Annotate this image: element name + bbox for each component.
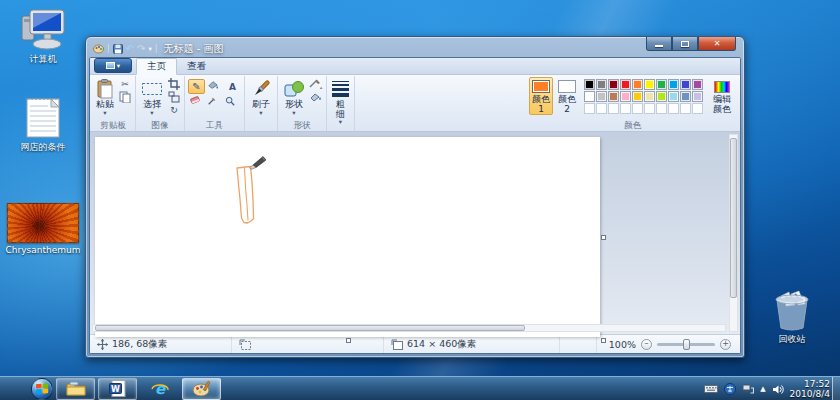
status-zoom-controls: 100% – + — [596, 335, 740, 353]
palette-color[interactable] — [608, 79, 619, 90]
eraser-tool[interactable] — [188, 95, 202, 105]
palette-color[interactable] — [584, 91, 595, 102]
clock[interactable]: 17:52 2010/8/4 — [790, 379, 830, 399]
palette-color[interactable] — [656, 79, 667, 90]
close-button[interactable]: ✕ — [698, 37, 736, 51]
shape-outline-button[interactable] — [309, 78, 323, 90]
tab-home[interactable]: 主页 — [136, 58, 177, 75]
palette-empty-slot[interactable] — [608, 103, 619, 114]
volume-icon[interactable] — [772, 384, 784, 395]
desktop-icon-recycle-bin[interactable]: 回收站 — [760, 288, 824, 344]
palette-color[interactable] — [620, 91, 631, 102]
palette-empty-slot[interactable] — [632, 103, 643, 114]
copy-button[interactable] — [118, 91, 132, 103]
taskbar-word-button[interactable]: W — [98, 378, 137, 400]
rotate-button[interactable]: ↻ — [167, 104, 181, 116]
group-image: 选择 ▾ ↻ — [136, 76, 185, 131]
color2-button[interactable]: 颜色 2 — [555, 77, 579, 115]
palette-empty-slot[interactable] — [668, 103, 679, 114]
network-icon[interactable] — [742, 384, 754, 394]
workspace — [90, 132, 740, 334]
close-icon: ✕ — [714, 39, 721, 48]
palette-empty-slot[interactable] — [596, 103, 607, 114]
minimize-icon — [655, 45, 663, 47]
color-picker-tool[interactable] — [206, 95, 218, 107]
palette-color[interactable] — [632, 79, 643, 90]
palette-empty-slot[interactable] — [656, 103, 667, 114]
group-label: 剪贴板 — [94, 120, 132, 131]
palette-color[interactable] — [644, 79, 655, 90]
zoom-slider[interactable] — [657, 343, 715, 346]
show-desktop-button[interactable] — [832, 377, 840, 400]
cut-button[interactable]: ✂ — [118, 78, 132, 90]
maximize-icon — [681, 41, 689, 47]
file-menu-button[interactable]: ▾ — [94, 58, 132, 73]
fill-tool[interactable] — [206, 79, 220, 91]
palette-empty-slot[interactable] — [584, 103, 595, 114]
maximize-button[interactable] — [672, 37, 698, 51]
hidden-icons-arrow[interactable]: ▲ — [760, 386, 765, 393]
pencil-tool[interactable]: ✎ — [188, 79, 205, 94]
palette-color[interactable] — [656, 91, 667, 102]
desktop-icon-text-file[interactable]: 网店的条件 — [6, 96, 80, 152]
save-button[interactable] — [113, 44, 123, 54]
resize-button[interactable] — [167, 91, 181, 103]
ime-language-icon[interactable] — [724, 383, 736, 395]
palette-empty-slot[interactable] — [644, 103, 655, 114]
canvas-resize-handle-bottom[interactable] — [346, 338, 351, 343]
shapes-button[interactable]: 形状 ▾ — [281, 77, 307, 117]
palette-empty-slot[interactable] — [620, 103, 631, 114]
select-button[interactable]: 选择 ▾ — [139, 77, 165, 117]
redo-button[interactable]: ↷ — [137, 44, 145, 54]
palette-color[interactable] — [596, 79, 607, 90]
palette-color[interactable] — [680, 91, 691, 102]
zoom-slider-thumb[interactable] — [683, 339, 690, 350]
palette-color[interactable] — [668, 91, 679, 102]
scrollbar-thumb[interactable] — [730, 138, 737, 298]
palette-color[interactable] — [680, 79, 691, 90]
chevron-down-icon: ▾ — [117, 63, 120, 69]
brush-button[interactable]: 刷子 ▾ — [248, 77, 274, 117]
paste-button[interactable]: 粘贴 ▾ — [94, 77, 116, 117]
palette-color[interactable] — [620, 79, 631, 90]
palette-color[interactable] — [692, 91, 703, 102]
minimize-button[interactable] — [646, 37, 672, 51]
palette-empty-slot[interactable] — [680, 103, 691, 114]
palette-color[interactable] — [692, 79, 703, 90]
crop-button[interactable] — [167, 78, 181, 90]
palette-color[interactable] — [644, 91, 655, 102]
qat-dropdown-icon[interactable]: ▾ — [148, 46, 151, 52]
canvas-resize-handle-right[interactable] — [601, 235, 606, 240]
desktop-icon-computer[interactable]: 计算机 — [6, 8, 80, 64]
desktop-icon-chrysanthemum[interactable]: Chrysanthemum — [6, 203, 80, 255]
horizontal-scrollbar[interactable] — [92, 324, 726, 332]
tab-view[interactable]: 查看 — [177, 59, 216, 74]
taskbar-paint-button[interactable] — [182, 378, 221, 400]
vertical-scrollbar[interactable] — [729, 134, 738, 332]
edit-colors-button[interactable]: 编辑颜色 — [708, 77, 736, 115]
keyboard-input-icon[interactable] — [704, 384, 718, 394]
size-button[interactable]: 粗细 ▾ — [330, 77, 351, 126]
palette-empty-slot[interactable] — [692, 103, 703, 114]
color1-button[interactable]: 颜色 1 — [529, 77, 553, 115]
drawing-canvas[interactable] — [95, 137, 600, 337]
title-bar[interactable]: | ↶ ↷ ▾ | 无标题 - 画图 — [89, 40, 741, 57]
start-button[interactable] — [31, 378, 53, 400]
taskbar-explorer-button[interactable] — [56, 378, 95, 400]
palette-color[interactable] — [608, 91, 619, 102]
text-tool[interactable]: A — [224, 79, 241, 94]
system-tray: ▲ 17:52 2010/8/4 — [704, 377, 830, 400]
scrollbar-thumb[interactable] — [95, 325, 525, 331]
palette-color[interactable] — [596, 91, 607, 102]
shape-fill-button[interactable] — [309, 91, 323, 103]
zoom-out-button[interactable]: – — [641, 339, 652, 350]
magnifier-tool[interactable] — [224, 95, 236, 107]
zoom-in-button[interactable]: + — [720, 339, 731, 350]
palette-color[interactable] — [584, 79, 595, 90]
image-thumbnail — [7, 203, 79, 243]
undo-button[interactable]: ↶ — [126, 44, 134, 54]
palette-color[interactable] — [668, 79, 679, 90]
palette-color[interactable] — [632, 91, 643, 102]
taskbar-ie-button[interactable]: e — [140, 378, 179, 400]
canvas-resize-handle-corner[interactable] — [601, 338, 606, 343]
